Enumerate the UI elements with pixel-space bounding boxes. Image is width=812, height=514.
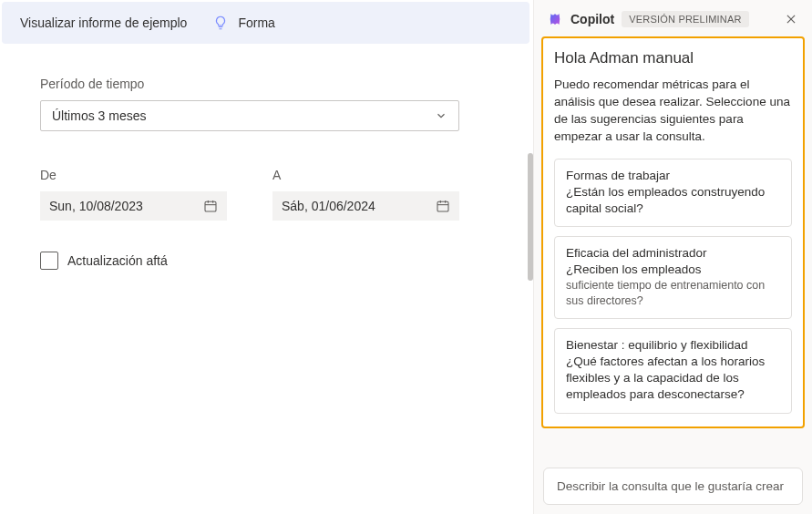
to-date-input[interactable]: Sáb, 01/06/2024 [272, 191, 459, 221]
copilot-highlight: Hola Adman manual Puedo recomendar métri… [541, 36, 805, 428]
calendar-icon [203, 199, 218, 213]
svg-rect-0 [205, 201, 216, 211]
period-select[interactable]: Últimos 3 meses [40, 100, 459, 131]
top-bar: Visualizar informe de ejemplo Forma [2, 2, 529, 44]
suggestion-subtext: suficiente tiempo de entrenamiento con s… [566, 278, 780, 309]
suggestion-question: ¿Qué factores afectan a los horarios fle… [566, 354, 780, 404]
copilot-panel: Copilot VERSIÓN PRELIMINAR Hola Adman ma… [533, 0, 812, 514]
auto-update-label: Actualización aftá [67, 253, 168, 268]
to-label: A [272, 168, 459, 182]
suggestion-title: Formas de trabajar [566, 169, 780, 182]
form-area: Período de tiempo Últimos 3 meses De Sun… [0, 44, 499, 514]
copilot-title: Copilot [570, 12, 614, 26]
preview-report-link[interactable]: Visualizar informe de ejemplo [20, 15, 187, 30]
close-icon[interactable] [781, 9, 801, 29]
suggestion-question: ¿Reciben los empleados [566, 262, 780, 278]
suggestion-card[interactable]: Formas de trabajar ¿Están los empleados … [554, 159, 792, 227]
suggestion-card[interactable]: Eficacia del administrador ¿Reciben los … [554, 236, 792, 319]
calendar-icon [436, 199, 450, 213]
chevron-down-icon [435, 109, 447, 122]
lightbulb-icon [212, 15, 229, 31]
period-label: Período de tiempo [40, 77, 459, 91]
auto-update-checkbox[interactable] [40, 252, 58, 270]
suggestion-card[interactable]: Bienestar : equilibrio y flexibilidad ¿Q… [554, 328, 792, 414]
svg-rect-4 [437, 201, 448, 211]
copilot-icon [547, 11, 563, 27]
period-value: Últimos 3 meses [52, 108, 146, 123]
suggestion-title: Bienestar : equilibrio y flexibilidad [566, 338, 780, 352]
from-date-value: Sun, 10/08/2023 [49, 199, 143, 213]
preview-badge: VERSIÓN PRELIMINAR [622, 11, 748, 27]
suggestion-question: ¿Están los empleados construyendo capita… [566, 184, 780, 217]
suggestion-title: Eficacia del administrador [566, 246, 780, 260]
to-date-value: Sáb, 01/06/2024 [282, 199, 375, 213]
copilot-intro: Puedo recomendar métricas para el anális… [554, 77, 792, 146]
shape-link[interactable]: Forma [238, 15, 274, 30]
prompt-input[interactable]: Describir la consulta que le gustaría cr… [543, 468, 803, 505]
from-label: De [40, 168, 227, 182]
from-date-input[interactable]: Sun, 10/08/2023 [40, 191, 227, 221]
greeting: Hola Adman manual [554, 49, 792, 67]
